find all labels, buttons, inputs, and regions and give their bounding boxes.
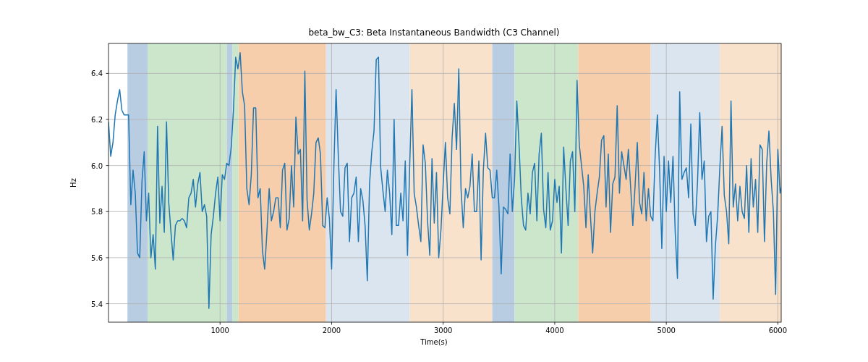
background-span — [514, 43, 578, 322]
x-tick-label: 4000 — [545, 327, 563, 334]
figure: beta_bw_C3: Beta Instantaneous Bandwidth… — [0, 0, 868, 362]
y-tick-label: 6.0 — [91, 161, 103, 169]
plot-area — [0, 0, 868, 362]
background-span — [651, 43, 720, 322]
x-tick-label: 1000 — [210, 327, 229, 334]
background-span — [226, 43, 232, 322]
x-tick-label: 3000 — [434, 327, 452, 334]
x-tick-label: 2000 — [323, 327, 341, 334]
background-span — [326, 43, 410, 322]
x-tick-label: 6000 — [769, 327, 787, 334]
y-tick-label: 6.4 — [91, 70, 103, 77]
background-span — [232, 43, 238, 322]
y-tick-label: 5.8 — [91, 208, 103, 216]
y-tick-label: 6.2 — [91, 116, 103, 124]
y-tick-label: 5.6 — [91, 253, 103, 261]
x-tick-label: 5000 — [657, 327, 675, 334]
y-tick-label: 5.4 — [91, 300, 103, 308]
